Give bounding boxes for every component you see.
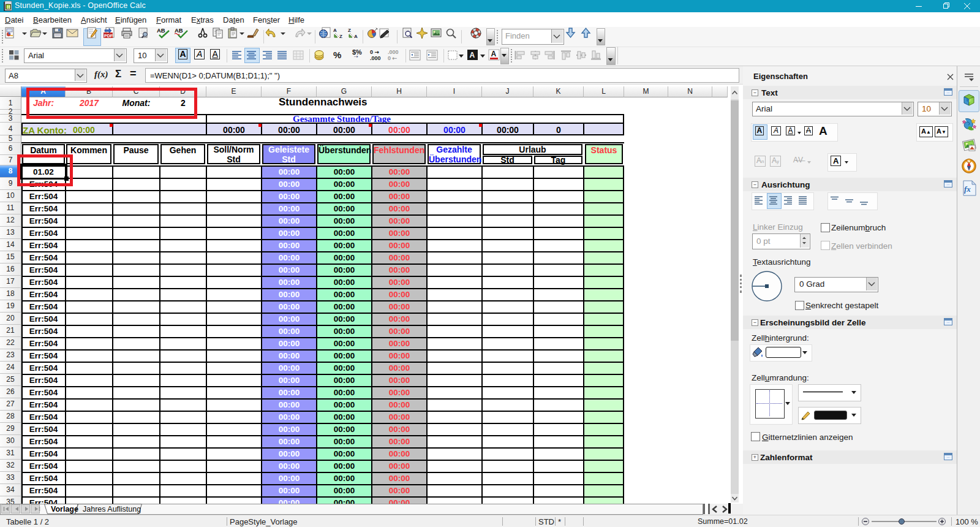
svg-text:AB: AB — [175, 27, 183, 34]
svg-text:A: A — [354, 34, 358, 39]
svg-text:PDF: PDF — [104, 34, 113, 38]
svg-text:Z: Z — [339, 34, 342, 39]
svg-text:Z: Z — [348, 28, 351, 33]
svg-text:A: A — [333, 28, 337, 33]
svg-text:A: A — [491, 50, 497, 58]
svg-text:A: A — [470, 51, 475, 59]
svg-text:AB: AB — [157, 27, 165, 34]
svg-text:N: N — [968, 159, 970, 163]
svg-text:fx: fx — [964, 184, 971, 194]
